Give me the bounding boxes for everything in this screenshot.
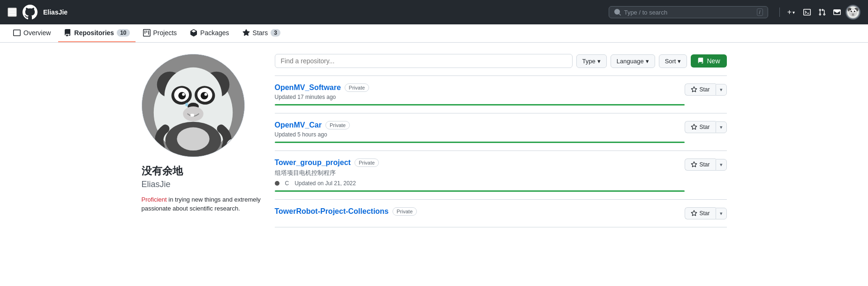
- repo-updated: Updated 5 hours ago: [275, 131, 327, 138]
- profile-display-name: 没有余地: [142, 165, 264, 178]
- table-row: OpenMV_Software Private Updated 17 minut…: [275, 75, 727, 113]
- star-label: Star: [699, 86, 709, 93]
- tab-packages[interactable]: Packages: [184, 24, 234, 42]
- chevron-down-icon: ▾: [793, 10, 795, 15]
- tab-overview-label: Overview: [23, 29, 51, 37]
- star-label: Star: [699, 210, 709, 217]
- packages-icon: [190, 29, 197, 37]
- tab-stars-label: Stars: [253, 29, 268, 37]
- star-icon: [691, 86, 697, 93]
- sort-button[interactable]: Sort ▾: [659, 54, 687, 68]
- svg-point-35: [177, 128, 209, 151]
- repo-updated: Updated on Jul 21, 2022: [294, 180, 356, 187]
- profile-avatar-container: 🙂: [142, 54, 245, 157]
- create-new-button[interactable]: + ▾: [784, 5, 799, 19]
- repo-updated: Updated 17 minutes ago: [275, 94, 336, 100]
- repositories-icon: [64, 29, 71, 37]
- tab-repositories[interactable]: Repositories 10: [58, 24, 135, 42]
- inbox-button[interactable]: [830, 6, 844, 19]
- repo-language: C: [285, 180, 289, 187]
- repo-name-link[interactable]: OpenMV_Car: [275, 121, 322, 129]
- type-label: Type: [582, 58, 596, 65]
- profile-sidebar: 🙂 没有余地 EliasJie Proficient in trying new…: [142, 54, 264, 227]
- svg-point-33: [185, 103, 188, 106]
- new-label: New: [707, 57, 720, 65]
- repo-name-link[interactable]: TowerRobot-Project-Collections: [275, 207, 389, 216]
- star-dropdown-button[interactable]: ▾: [716, 159, 727, 171]
- star-icon: [691, 124, 697, 130]
- repo-meta: C Updated on Jul 21, 2022: [275, 180, 685, 187]
- language-chevron-icon: ▾: [646, 58, 649, 65]
- svg-point-24: [178, 92, 186, 99]
- site-header: EliasJie / + ▾: [0, 0, 868, 24]
- language-label: Language: [617, 58, 644, 65]
- repo-name-row: TowerRobot-Project-Collections Private: [275, 207, 685, 216]
- star-button-group: Star ▾: [685, 158, 726, 171]
- tab-projects-label: Projects: [153, 29, 177, 37]
- header-actions: + ▾: [777, 5, 860, 20]
- svg-point-10: [855, 11, 855, 11]
- repo-name-link[interactable]: Tower_group_project: [275, 158, 351, 167]
- repository-list: OpenMV_Software Private Updated 17 minut…: [275, 75, 727, 227]
- repo-name-link[interactable]: OpenMV_Software: [275, 83, 341, 92]
- repositories-count-badge: 10: [117, 29, 129, 37]
- star-dropdown-button[interactable]: ▾: [716, 84, 727, 96]
- edit-avatar-emoji-button[interactable]: 🙂: [226, 139, 240, 152]
- table-row: OpenMV_Car Private Updated 5 hours ago S…: [275, 113, 727, 151]
- pull-requests-button[interactable]: [815, 6, 829, 19]
- repo-description: 组塔项目电机控制程序: [275, 169, 685, 177]
- user-avatar[interactable]: [845, 5, 860, 20]
- avatar-image: [846, 5, 860, 20]
- tab-projects[interactable]: Projects: [137, 24, 183, 42]
- svg-point-12: [852, 14, 854, 15]
- repo-progress-bar: [275, 142, 685, 143]
- repo-meta: Updated 5 hours ago: [275, 131, 685, 138]
- search-input[interactable]: [624, 9, 754, 16]
- sort-chevron-icon: ▾: [678, 58, 681, 65]
- new-repository-button[interactable]: New: [691, 54, 726, 68]
- smiley-icon: 🙂: [229, 142, 237, 149]
- tab-overview[interactable]: Overview: [8, 24, 56, 42]
- search-slash-hint: /: [757, 8, 763, 16]
- hamburger-menu-button[interactable]: [8, 8, 17, 17]
- repo-visibility-badge: Private: [345, 83, 369, 92]
- github-logo[interactable]: [23, 5, 38, 20]
- sort-label: Sort: [665, 58, 676, 65]
- bio-highlight-1: Proficient: [142, 196, 167, 203]
- tab-stars[interactable]: Stars 3: [237, 24, 286, 42]
- repo-progress-bar: [275, 190, 685, 192]
- repo-visibility-badge: Private: [355, 158, 379, 167]
- repositories-section: Type ▾ Language ▾ Sort ▾ New: [275, 54, 727, 227]
- repo-toolbar: Type ▾ Language ▾ Sort ▾ New: [275, 54, 727, 68]
- star-dropdown-button[interactable]: ▾: [716, 208, 727, 219]
- star-icon: [691, 210, 697, 217]
- star-repo-button[interactable]: Star: [685, 158, 715, 171]
- star-dropdown-button[interactable]: ▾: [716, 121, 727, 133]
- star-repo-button[interactable]: Star: [685, 83, 715, 96]
- type-filter-button[interactable]: Type ▾: [576, 54, 607, 68]
- repo-name-row: OpenMV_Car Private: [275, 121, 685, 129]
- svg-point-25: [200, 92, 208, 99]
- svg-point-9: [852, 11, 852, 11]
- terminal-button[interactable]: [800, 6, 814, 19]
- star-label: Star: [699, 161, 709, 168]
- new-repo-icon: [697, 58, 704, 64]
- stars-count-badge: 3: [271, 29, 280, 37]
- find-repository-input[interactable]: [275, 54, 573, 68]
- repo-info: Tower_group_project Private 组塔项目电机控制程序 C…: [275, 158, 685, 192]
- language-filter-button[interactable]: Language ▾: [611, 54, 655, 68]
- svg-rect-32: [190, 114, 194, 117]
- table-row: TowerRobot-Project-Collections Private S…: [275, 199, 727, 227]
- header-divider: [779, 8, 780, 17]
- star-repo-button[interactable]: Star: [685, 207, 715, 219]
- language-dot: [275, 181, 279, 186]
- star-repo-button[interactable]: Star: [685, 121, 715, 133]
- profile-username: EliasJie: [142, 180, 264, 189]
- star-button-group: Star ▾: [685, 207, 726, 219]
- repo-visibility-badge: Private: [392, 207, 417, 216]
- repo-name-row: OpenMV_Software Private: [275, 83, 685, 92]
- header-username: EliasJie: [43, 8, 68, 16]
- repo-meta: Updated 17 minutes ago: [275, 94, 685, 100]
- plus-icon: +: [787, 8, 792, 16]
- repo-name-row: Tower_group_project Private: [275, 158, 685, 167]
